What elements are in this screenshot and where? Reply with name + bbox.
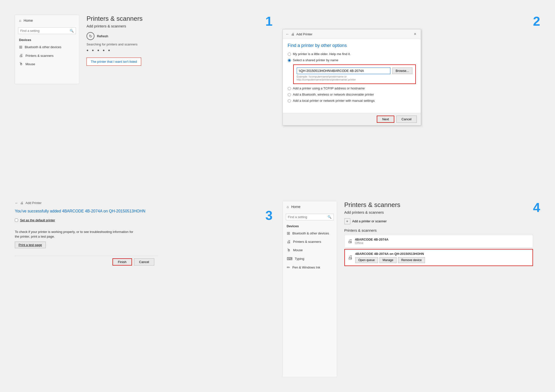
add-printer-dialog-2: ← 🖨 Add Printer × Find a printer by othe…: [283, 29, 421, 125]
radio-input-bluetooth-2[interactable]: [288, 93, 291, 96]
refresh-row-1: ↻ Refresh: [87, 32, 143, 40]
cancel-btn-2[interactable]: Cancel: [396, 116, 417, 123]
sidebar-home-1[interactable]: ⌂ Home: [15, 15, 79, 26]
next-btn-2[interactable]: Next: [377, 116, 394, 123]
add-printer-header-3: ← 🖨 Add Printer: [15, 201, 273, 205]
step-number-3: 3: [266, 209, 273, 222]
printer-status-local-4: Offline: [355, 241, 389, 245]
print-test-btn-3[interactable]: Print a test page: [15, 242, 46, 248]
sidebar-devices-label-1: Devices: [15, 36, 79, 43]
printer-item-local-4[interactable]: 🖨 4BARCODE 4B-2074A Offline: [344, 235, 533, 248]
settings-sidebar-4: ⌂ Home 🔍 Devices ⊞ Bluetooth & other dev…: [283, 201, 337, 377]
sidebar-item-pen-4[interactable]: ✏ Pen & Windows Ink: [283, 263, 337, 272]
radio-tcpip-2[interactable]: Add a printer using a TCP/IP address or …: [288, 86, 416, 90]
panel-2: 2 ← 🖨 Add Printer × Find a printer by ot…: [278, 10, 540, 196]
sidebar-home-label-4: Home: [291, 205, 300, 209]
add-printer-scanner-row-4[interactable]: + Add a printer or scanner: [344, 218, 533, 224]
search-input-1[interactable]: [20, 29, 68, 33]
shared-printer-section-2: Browse... Example: \\computername\printe…: [293, 64, 416, 84]
printer-info-local-4: 4BARCODE 4B-2074A Offline: [355, 238, 389, 245]
printer-item-network-4[interactable]: 🖨 4BARCODE 4B-2074A on QH-20150513HOHN O…: [344, 249, 533, 266]
radio-input-older-2[interactable]: [288, 53, 291, 56]
browse-btn-2[interactable]: Browse...: [392, 67, 412, 74]
printer-icon-network-4: 🖨: [348, 255, 353, 260]
printer-name-network-4: 4BARCODE 4B-2074A on QH-20150513HOHN: [355, 252, 530, 256]
search-input-4[interactable]: [288, 215, 326, 219]
printer-actions-4: Open queue Manage Remove device: [355, 257, 530, 263]
shared-printer-input-row-2: Browse...: [297, 67, 412, 74]
radio-input-tcpip-2[interactable]: [288, 87, 291, 90]
success-text-3: You've successfully added 4BARCODE 4B-20…: [15, 209, 266, 213]
radio-input-local-2[interactable]: [288, 99, 291, 103]
manage-btn-4[interactable]: Manage: [379, 257, 397, 263]
sidebar-bluetooth-label-1: Bluetooth & other devices: [25, 45, 61, 49]
sidebar-item-typing-4[interactable]: ⌨ Typing: [283, 254, 337, 263]
dialog-title-left-2: ← 🖨 Add Printer: [286, 32, 312, 36]
sidebar-item-printers-4[interactable]: 🖨 Printers & scanners: [283, 238, 337, 246]
default-printer-checkbox-3[interactable]: [15, 219, 18, 222]
printer-info-network-4: 4BARCODE 4B-2074A on QH-20150513HOHN Ope…: [355, 252, 530, 263]
mouse-icon-4: 🖱: [287, 248, 291, 252]
sidebar-search-box-1[interactable]: 🔍: [18, 27, 76, 34]
dialog-back-arrow-2[interactable]: ←: [286, 32, 289, 36]
add-printer-title-3: Add Printer: [25, 201, 42, 205]
dialog-page-title-2: Find a printer by other options: [288, 43, 416, 48]
printer-icon-local-4: 🖨: [348, 238, 353, 244]
printers-title-4: Printers & scanners: [344, 201, 533, 209]
finish-btn-3[interactable]: Finish: [112, 258, 132, 266]
sidebar-item-bluetooth-4[interactable]: ⊞ Bluetooth & other devices: [283, 229, 337, 238]
sidebar-item-mouse-4[interactable]: 🖱 Mouse: [283, 246, 337, 254]
sidebar-mouse-label-1: Mouse: [25, 62, 35, 66]
example-text-2: Example: \\computername\printername orht…: [297, 75, 412, 81]
searching-text-1: Searching for printers and scanners: [87, 42, 143, 46]
settings-sidebar-1: ⌂ Home 🔍 Devices ⊞ Bluetooth & other dev…: [15, 15, 79, 84]
shared-printer-input-2[interactable]: [297, 67, 391, 74]
step-number-1: 1: [266, 15, 273, 28]
cancel-btn-3[interactable]: Cancel: [134, 258, 154, 266]
plus-icon-4[interactable]: +: [344, 218, 350, 224]
sidebar-mouse-label-4: Mouse: [293, 248, 303, 252]
radio-shared-2[interactable]: Select a shared printer by name: [288, 58, 416, 62]
radio-shared-label-2: Select a shared printer by name: [293, 58, 338, 62]
printers-title-1: Printers & scanners: [87, 15, 143, 22]
radio-input-shared-2[interactable]: [288, 59, 291, 62]
sidebar-search-box-4[interactable]: 🔍: [286, 214, 334, 220]
sidebar-pen-label-4: Pen & Windows Ink: [292, 266, 320, 269]
sidebar-item-bluetooth-1[interactable]: ⊞ Bluetooth & other devices: [15, 43, 79, 51]
printers-section-title-4: Printers & scanners: [344, 228, 533, 232]
default-printer-label-3: Set as the default printer: [20, 218, 55, 222]
panel-1: ⌂ Home 🔍 Devices ⊞ Bluetooth & other dev…: [15, 10, 278, 196]
printer-name-local-4: 4BARCODE 4B-2074A: [355, 238, 389, 241]
open-queue-btn-4[interactable]: Open queue: [355, 257, 378, 263]
dialog-body-2: Find a printer by other options My print…: [283, 39, 421, 109]
step-number-2: 2: [533, 15, 540, 28]
sidebar-item-mouse-1[interactable]: 🖱 Mouse: [15, 60, 79, 68]
radio-older-label-2: My printer is a little older. Help me fi…: [293, 52, 351, 56]
printer-not-listed-btn-1[interactable]: The printer that I want isn't listed: [87, 58, 141, 66]
radio-older-2[interactable]: My printer is a little older. Help me fi…: [288, 52, 416, 56]
radio-local-2[interactable]: Add a local printer or network printer w…: [288, 99, 416, 103]
sidebar-item-printers-1[interactable]: 🖨 Printers & scanners: [15, 51, 79, 60]
printer-icon-header-3: 🖨: [20, 201, 23, 205]
remove-device-btn-4[interactable]: Remove device: [398, 257, 425, 263]
step-number-4: 4: [533, 201, 540, 214]
printers-main-4: Printers & scanners Add printers & scann…: [337, 201, 540, 377]
sidebar-printers-label-4: Printers & scanners: [293, 240, 321, 244]
sidebar-home-4[interactable]: ⌂ Home: [283, 201, 337, 212]
back-arrow-3[interactable]: ←: [15, 201, 18, 205]
mouse-icon-1: 🖱: [19, 62, 23, 66]
radio-local-label-2: Add a local printer or network printer w…: [293, 99, 375, 103]
sidebar-typing-label-4: Typing: [295, 257, 304, 261]
bluetooth-icon-1: ⊞: [19, 45, 22, 49]
printers-icon-4: 🖨: [287, 240, 291, 244]
default-printer-row-3[interactable]: Set as the default printer: [15, 218, 266, 222]
sidebar-bluetooth-label-4: Bluetooth & other devices: [292, 231, 329, 235]
refresh-label-1: Refresh: [97, 34, 108, 38]
printers-subtitle-4: Add printers & scanners: [344, 210, 533, 214]
refresh-icon-1[interactable]: ↻: [87, 32, 94, 40]
panel-3: ← 🖨 Add Printer You've successfully adde…: [15, 196, 278, 382]
dialog-close-btn-2[interactable]: ×: [412, 31, 418, 37]
sidebar-devices-label-4: Devices: [283, 222, 337, 229]
radio-bluetooth-2[interactable]: Add a Bluetooth, wireless or network dis…: [288, 93, 416, 96]
info-text-3: To check if your printer is working prop…: [15, 229, 133, 239]
